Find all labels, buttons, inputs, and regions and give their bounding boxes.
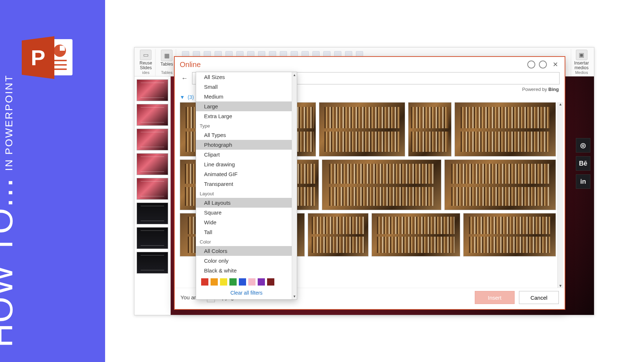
filter-section-color: Color (196, 237, 297, 246)
slide-thumb[interactable] (137, 104, 168, 126)
filter-size-all-sizes[interactable]: All Sizes (196, 72, 297, 82)
slide-thumb[interactable] (137, 129, 168, 150)
scroll-down-icon[interactable]: ▼ (559, 284, 562, 288)
clear-filters-link[interactable]: Clear all filters (196, 288, 297, 299)
ribbon-group-reuse-slides[interactable]: ▭ Reuse Slides ides (137, 49, 155, 76)
slide-thumb[interactable] (137, 153, 168, 175)
filter-type-clipart[interactable]: Clipart (196, 150, 297, 159)
tutorial-sidebar: P HOW TO... IN POWERPOINT (0, 0, 105, 362)
color-swatch[interactable] (239, 278, 246, 286)
scroll-up-icon[interactable]: ▲ (292, 72, 297, 78)
filter-type-line-drawing[interactable]: Line drawing (196, 159, 297, 169)
slides-category-label: ides (142, 70, 149, 75)
sidebar-title-sub: IN POWERPOINT (3, 74, 15, 171)
color-swatch[interactable] (267, 278, 274, 286)
filter-section-type: Type (196, 121, 297, 130)
filter-size-small[interactable]: Small (196, 82, 297, 92)
cancel-button[interactable]: Cancel (519, 291, 559, 304)
color-swatch-row (196, 275, 297, 288)
powerpoint-logo: P (22, 36, 72, 80)
feedback-sad-icon[interactable] (539, 61, 547, 68)
filter-type-animated-gif[interactable]: Animated GIF (196, 169, 297, 179)
dribbble-icon[interactable]: ◎ (576, 138, 590, 153)
filter-layout-all-layouts[interactable]: All Layouts (196, 198, 297, 208)
result-image[interactable] (408, 102, 452, 157)
behance-icon[interactable]: Bē (576, 156, 590, 171)
scroll-down-icon[interactable]: ▼ (292, 294, 297, 299)
sidebar-title-main: HOW TO... (0, 177, 20, 348)
filter-color-color-only[interactable]: Color only (196, 256, 297, 266)
tables-category-label: Tables (161, 70, 173, 75)
filter-size-large[interactable]: Large (196, 101, 297, 111)
slide-thumb[interactable] (137, 79, 168, 101)
dialog-header: Online ✕ (175, 57, 565, 71)
gallery-scrollbar[interactable]: ▲ ▼ (557, 102, 563, 288)
insert-button[interactable]: Insert (475, 291, 515, 304)
color-swatch[interactable] (229, 278, 237, 286)
filter-color-black-&-white[interactable]: Black & white (196, 266, 297, 275)
bing-logo-text: Bing (548, 87, 559, 92)
reuse-slides-label: Reuse Slides (140, 61, 152, 70)
result-image[interactable] (322, 159, 441, 210)
filter-section-layout: Layout (196, 189, 297, 198)
filter-type-all-types[interactable]: All Types (196, 130, 297, 140)
ribbon-group-tables[interactable]: ▦ Tables Tables (158, 49, 176, 76)
reuse-slides-icon: ▭ (140, 50, 151, 60)
result-image[interactable] (319, 102, 405, 157)
filter-color-all-colors[interactable]: All Colors (196, 246, 297, 256)
back-button[interactable]: ← (180, 74, 189, 83)
result-image[interactable] (308, 213, 369, 257)
filter-count: (3) (188, 94, 194, 100)
feedback-happy-icon[interactable] (527, 61, 535, 68)
slide-thumb[interactable] (137, 178, 168, 200)
insert-media-label: Insertar medios (574, 61, 589, 70)
scroll-up-icon[interactable]: ▲ (559, 102, 562, 106)
color-swatch[interactable] (211, 278, 218, 286)
sidebar-title: HOW TO... IN POWERPOINT (0, 74, 20, 348)
slide-thumb[interactable] (137, 227, 168, 249)
filter-icon: ▼ (180, 94, 185, 100)
filter-layout-wide[interactable]: Wide (196, 217, 297, 227)
filter-type-transparent[interactable]: Transparent (196, 179, 297, 189)
result-image[interactable] (454, 102, 556, 157)
table-icon: ▦ (161, 50, 173, 61)
social-icons-overlay: ◎ Bē in (576, 138, 590, 189)
color-swatch[interactable] (248, 278, 255, 286)
color-swatch[interactable] (201, 278, 208, 286)
powerpoint-logo-letter: P (22, 36, 54, 79)
result-image[interactable] (371, 213, 460, 257)
slide-thumb[interactable] (137, 252, 168, 274)
ribbon-group-media[interactable]: ▣ Insertar medios Medios (571, 49, 592, 76)
media-icon: ▣ (576, 50, 587, 60)
close-button[interactable]: ✕ (550, 60, 560, 69)
tables-label: Tables (161, 62, 173, 67)
linkedin-icon[interactable]: in (576, 174, 590, 189)
result-image[interactable] (463, 213, 556, 257)
filter-layout-square[interactable]: Square (196, 208, 297, 217)
media-category-label: Medios (575, 70, 588, 75)
filter-type-photograph[interactable]: Photograph (196, 140, 297, 150)
slide-thumbnails[interactable] (134, 76, 171, 315)
filter-size-medium[interactable]: Medium (196, 92, 297, 101)
slide-thumb[interactable] (137, 203, 168, 224)
result-image[interactable] (444, 159, 556, 210)
color-swatch[interactable] (220, 278, 227, 286)
dialog-title: Online (180, 61, 201, 69)
filter-size-extra-large[interactable]: Extra Large (196, 111, 297, 121)
dropdown-scrollbar[interactable]: ▲ ▼ (292, 72, 297, 299)
filter-dropdown: All SizesSmallMediumLargeExtra Large Typ… (196, 72, 297, 300)
filter-layout-tall[interactable]: Tall (196, 227, 297, 237)
color-swatch[interactable] (258, 278, 265, 286)
